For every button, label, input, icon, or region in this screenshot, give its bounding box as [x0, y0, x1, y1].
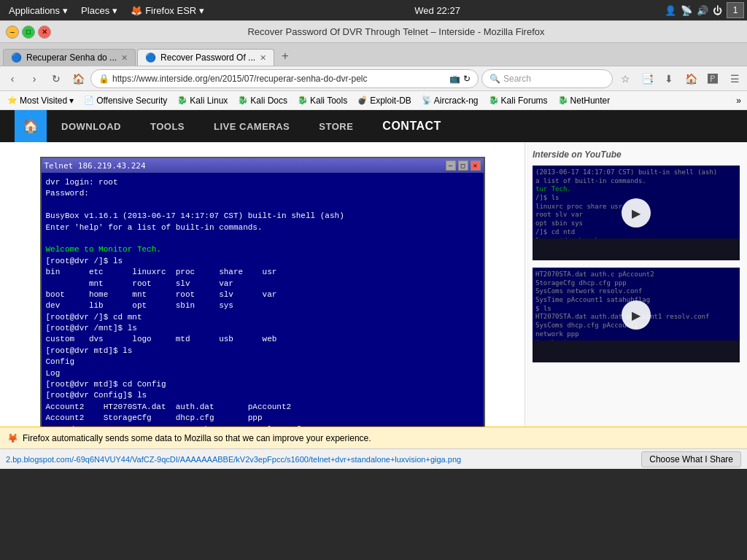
- notification-message: Firefox automatically sends some data to…: [23, 433, 371, 443]
- site-home-button[interactable]: 🏠: [15, 110, 47, 142]
- term-line: [46, 233, 479, 244]
- bookmark-nethunter[interactable]: 🐉 NetHunter: [554, 94, 615, 107]
- lock-icon: 🔒: [98, 74, 109, 84]
- bookmark-list-button[interactable]: 📑: [638, 69, 657, 88]
- term-line: [root@dvr mtd]$ ls: [46, 346, 479, 357]
- firefox-icon: 🦊: [131, 5, 142, 16]
- maximize-button[interactable]: □: [22, 26, 35, 39]
- taskbar-right: 👤 📡 🔊 ⏻ 1: [665, 2, 744, 18]
- video-2-thumbnail[interactable]: HT2070STA.dat auth.c pAccount2 StorageCf…: [533, 268, 740, 362]
- terminal-title: Telnet 186.219.43.224: [44, 161, 146, 171]
- site-nav-tools[interactable]: TOOLS: [136, 110, 199, 142]
- close-button[interactable]: ✕: [38, 26, 51, 39]
- more-bookmarks-icon: »: [733, 96, 744, 106]
- browser-taskbar-btn[interactable]: 🦊 Firefox ESR ▾: [125, 1, 210, 20]
- term-line: bin etc linuxrc proc share usr: [46, 267, 479, 278]
- kali-tools-icon: 🐉: [298, 96, 308, 105]
- download-button[interactable]: ⬇: [659, 69, 678, 88]
- site-nav-store[interactable]: STORE: [304, 110, 368, 142]
- terminal-body[interactable]: dvr login: root Password: BusyBox v1.16.…: [42, 173, 484, 427]
- home-nav-button[interactable]: 🏠: [681, 69, 700, 88]
- site-nav-live-cameras[interactable]: LIVE CAMERAS: [199, 110, 304, 142]
- notification-bar: 🦊 Firefox automatically sends some data …: [0, 427, 747, 448]
- minimize-button[interactable]: –: [6, 26, 19, 39]
- video-1-play-button[interactable]: ▶: [622, 198, 651, 228]
- bookmark-kali-forums[interactable]: 🐉 Kali Forums: [484, 94, 552, 107]
- search-placeholder: Search: [503, 74, 531, 84]
- forward-button[interactable]: ›: [25, 69, 44, 88]
- exploit-db-icon: 💣: [357, 96, 368, 105]
- tab-2[interactable]: 🔵 Recover Password Of ... ✕: [137, 49, 274, 66]
- status-url: 2.bp.blogspot.com/-69q6N4VUY44/VafCZ-9qc…: [6, 455, 641, 464]
- search-bar[interactable]: 🔍 Search: [481, 69, 613, 88]
- site-nav-contact[interactable]: CONTACT: [368, 110, 456, 142]
- choose-share-button[interactable]: Choose What I Share: [641, 451, 741, 467]
- reload-button[interactable]: ↻: [47, 69, 66, 88]
- nethunter-label: NetHunter: [570, 96, 611, 106]
- exploit-db-label: Exploit-DB: [370, 96, 411, 106]
- offensive-security-icon: 📄: [84, 96, 94, 105]
- bookmark-aircrack[interactable]: 📡 Aircrack-ng: [417, 94, 483, 107]
- home-button[interactable]: 🏠: [69, 69, 88, 88]
- power-icon: ⏻: [713, 5, 722, 16]
- term-line: [root@dvr /]$ ls: [46, 256, 479, 267]
- right-sidebar: Interside on YouTube (2013-06-17 14:17:0…: [525, 142, 747, 427]
- video-1-overlay: ▶: [533, 166, 740, 260]
- applications-menu[interactable]: Applications ▾: [3, 1, 74, 20]
- tab1-label: Recuperar Senha do ...: [26, 52, 117, 63]
- bookmark-kali-docs[interactable]: 🐉 Kali Docs: [233, 94, 292, 107]
- terminal-controls: – □ ✕: [446, 160, 481, 171]
- firefox-icon: 🦊: [7, 433, 18, 443]
- browser-window: – □ ✕ Recover Password Of DVR Through Te…: [0, 20, 747, 469]
- term-line: dvr login: root: [46, 177, 479, 188]
- tab2-label: Recover Password Of ...: [160, 52, 255, 63]
- bookmark-most-visited[interactable]: ⭐ Most Visited ▾: [3, 94, 78, 107]
- volume-icon: 🔊: [697, 5, 708, 16]
- bookmark-star-button[interactable]: ☆: [616, 69, 635, 88]
- terminal-maximize[interactable]: □: [458, 160, 468, 171]
- clock: Wed 22:27: [212, 5, 663, 16]
- terminal-minimize[interactable]: –: [446, 160, 456, 171]
- left-content: Telnet 186.219.43.224 – □ ✕ dvr login: r…: [0, 142, 525, 427]
- bookmark-offensive-security[interactable]: 📄 Offensive Security: [80, 94, 171, 107]
- places-menu[interactable]: Places ▾: [75, 1, 123, 20]
- pocket-button[interactable]: 🅿: [703, 69, 722, 88]
- new-tab-button[interactable]: +: [276, 47, 294, 66]
- aircrack-icon: 📡: [422, 96, 432, 105]
- bookmark-exploit-db[interactable]: 💣 Exploit-DB: [353, 94, 416, 107]
- term-line: dev lib opt sbin sys: [46, 300, 479, 311]
- term-line: BusyBox v1.16.1 (2013-06-17 14:17:07 CST…: [46, 211, 479, 222]
- back-button[interactable]: ‹: [3, 69, 22, 88]
- bookmarks-bar: ⭐ Most Visited ▾ 📄 Offensive Security 🐉 …: [0, 91, 747, 110]
- bookmark-kali-tools[interactable]: 🐉 Kali Tools: [293, 94, 352, 107]
- menu-button[interactable]: ☰: [725, 69, 744, 88]
- video-1-thumbnail[interactable]: (2013-06-17 14:17:07 CST) built-in shell…: [533, 166, 740, 260]
- bookmark-kali-linux[interactable]: 🐉 Kali Linux: [173, 94, 232, 107]
- kali-forums-icon: 🐉: [489, 96, 499, 105]
- term-line: [root@dvr /mnt]$ ls: [46, 323, 479, 334]
- title-bar: – □ ✕ Recover Password Of DVR Through Te…: [0, 21, 747, 43]
- term-line: Account2 HT2070STA.dat auth.dat pAccount…: [46, 402, 479, 413]
- term-line: [root@dvr Config]$ ls: [46, 390, 479, 401]
- terminal-close[interactable]: ✕: [471, 160, 481, 171]
- term-line: Enter 'help' for a list of built-in comm…: [46, 222, 479, 233]
- terminal-window: Telnet 186.219.43.224 – □ ✕ dvr login: r…: [40, 157, 485, 427]
- tab2-close[interactable]: ✕: [260, 53, 266, 63]
- sidebar-title: Interside on YouTube: [533, 149, 740, 160]
- url-text: https://www.interside.org/en/2015/07/rec…: [112, 74, 446, 84]
- kali-linux-icon: 🐉: [177, 96, 187, 105]
- workspace-indicator[interactable]: 1: [727, 2, 744, 18]
- tab1-close[interactable]: ✕: [121, 53, 128, 63]
- tab-1[interactable]: 🔵 Recuperar Senha do ... ✕: [3, 49, 136, 66]
- url-bar[interactable]: 🔒 https://www.interside.org/en/2015/07/r…: [90, 69, 479, 88]
- site-nav-download[interactable]: DOWNLOAD: [47, 110, 136, 142]
- term-line: [root@dvr /]$ cd mnt: [46, 312, 479, 323]
- tab2-favicon: 🔵: [145, 52, 156, 63]
- aircrack-label: Aircrack-ng: [434, 96, 479, 106]
- status-bar: 2.bp.blogspot.com/-69q6N4VUY44/VafCZ-9qc…: [0, 448, 747, 469]
- applications-arrow: ▾: [63, 5, 68, 16]
- video-2-play-button[interactable]: ▶: [622, 300, 651, 330]
- term-line: Account2 StorageCfg dhcp.cfg ppp: [46, 413, 479, 424]
- term-line: custom dvs logo mtd usb web: [46, 334, 479, 345]
- most-visited-icon: ⭐: [7, 96, 18, 105]
